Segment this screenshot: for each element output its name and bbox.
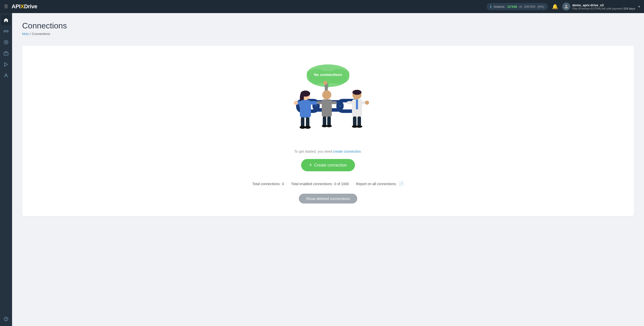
total-connections-value: 0 [282, 182, 284, 186]
svg-point-0 [565, 5, 567, 7]
sidebar-item-help[interactable] [1, 314, 11, 324]
actions-label: Actions: [494, 5, 505, 9]
report-label: Report on all connections: [356, 182, 397, 186]
logo: APIXDrive [12, 3, 37, 10]
svg-text:No connections: No connections [314, 72, 342, 77]
svg-rect-1 [4, 30, 5, 32]
prompt-text: To get started, you need [294, 149, 332, 153]
actions-used: 12'546 [507, 5, 517, 9]
svg-rect-42 [331, 101, 337, 104]
total-connections-label: Total connections: [252, 182, 280, 186]
svg-point-58 [356, 125, 362, 128]
breadcrumb-current: Connections [32, 32, 50, 36]
svg-rect-40 [322, 99, 332, 117]
main-content: Connections Main / Connections No connec… [12, 13, 644, 326]
user-plan: Plan |Premium EXTRA| left until payment … [572, 7, 635, 10]
no-connections-prompt: To get started, you need create connecti… [294, 149, 362, 153]
actions-pct: (6%) [537, 5, 544, 9]
sidebar-item-video[interactable] [1, 59, 11, 69]
menu-icon[interactable]: ☰ [4, 4, 8, 9]
breadcrumb-main[interactable]: Main [22, 32, 29, 36]
svg-point-37 [305, 126, 311, 129]
avatar [562, 3, 570, 11]
user-info: demo_apix-drive_s3 Plan |Premium EXTRA| … [572, 3, 635, 10]
svg-rect-32 [310, 101, 317, 105]
svg-rect-2 [7, 30, 8, 32]
svg-rect-44 [323, 116, 326, 126]
svg-point-49 [352, 90, 361, 95]
svg-point-33 [294, 101, 298, 105]
stats-row: Total connections: 0 Total enabled conne… [252, 181, 404, 186]
svg-point-47 [326, 125, 332, 127]
actions-badge: ℹ Actions: 12'546 of 200'000 (6%) [487, 3, 548, 10]
create-connection-link[interactable]: create connection. [333, 149, 362, 153]
breadcrumb: Main / Connections [22, 32, 634, 36]
info-icon: ℹ [490, 4, 492, 9]
svg-rect-55 [353, 116, 356, 127]
svg-rect-30 [300, 100, 311, 118]
svg-point-39 [322, 90, 331, 99]
sidebar-item-connections[interactable] [1, 26, 11, 36]
plus-icon: + [309, 162, 312, 168]
cloud-bubble: No connections [307, 64, 349, 89]
actions-separator: of [519, 5, 522, 9]
svg-marker-11 [5, 63, 8, 66]
svg-point-14 [6, 320, 6, 320]
show-deleted-button[interactable]: Show deleted connections [299, 194, 357, 203]
svg-rect-51 [356, 99, 358, 109]
sidebar-item-tools[interactable] [1, 48, 11, 58]
bell-icon[interactable]: 🔔 [552, 4, 558, 10]
sidebar-item-account[interactable] [1, 70, 11, 80]
breadcrumb-sep: / [30, 32, 31, 36]
logo-drive-text: Drive [24, 3, 37, 10]
svg-rect-52 [347, 101, 353, 104]
logo-x-text: X [20, 3, 24, 10]
sidebar [0, 13, 12, 326]
connections-card: No connections [22, 46, 634, 216]
topnav: ☰ APIXDrive ℹ Actions: 12'546 of 200'000… [0, 0, 644, 13]
enabled-connections-value: 0 of 1000 [334, 182, 349, 186]
illustration: No connections [275, 61, 381, 142]
report-icon[interactable]: 📄 [399, 181, 404, 186]
user-name: demo_apix-drive_s3 [572, 3, 635, 7]
svg-rect-56 [357, 116, 361, 127]
sidebar-item-billing[interactable] [1, 37, 11, 47]
user-section[interactable]: demo_apix-drive_s3 Plan |Premium EXTRA| … [562, 3, 640, 11]
page-title: Connections [22, 21, 634, 30]
svg-point-12 [5, 74, 7, 75]
svg-point-43 [323, 81, 327, 85]
sidebar-item-home[interactable] [1, 15, 11, 25]
create-connection-button[interactable]: + Create connection [301, 159, 355, 171]
create-btn-label: Create connection [314, 163, 347, 168]
enabled-connections-label: Total enabled connections: [291, 182, 333, 186]
chevron-down-icon: ▾ [638, 5, 640, 9]
logo-api-text: API [12, 3, 20, 10]
svg-rect-41 [317, 101, 323, 104]
svg-point-54 [365, 101, 369, 105]
svg-rect-45 [327, 116, 331, 126]
actions-total: 200'000 [524, 5, 535, 9]
